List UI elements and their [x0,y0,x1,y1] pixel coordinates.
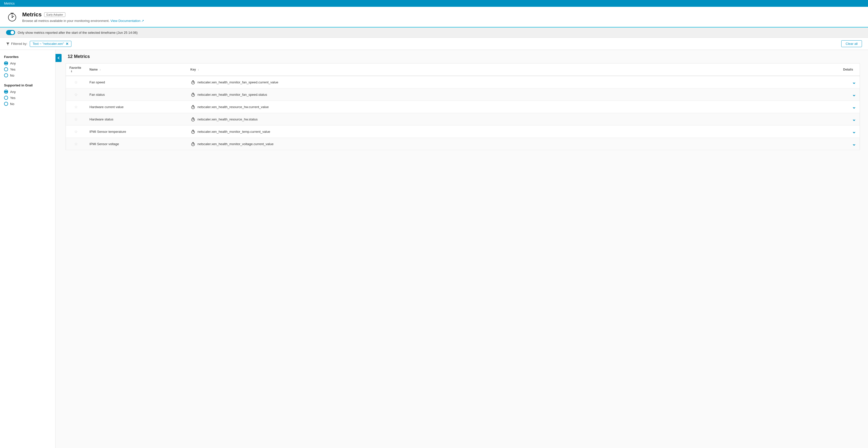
timeframe-toggle[interactable] [6,30,15,35]
td-name: IPMI Sensor voltage [86,138,187,150]
grail-title: Supported in Grail [4,83,51,87]
stopwatch-icon [190,117,195,122]
td-details: ⌄ [840,101,860,113]
td-name: Hardware current value [86,101,187,113]
key-text: netscaler.xen_health_monitor_fan_speed.c… [197,80,278,84]
doc-link[interactable]: View Documentation ↗ [111,19,144,23]
filter-icon-label: Filtered by: [6,42,27,45]
expand-row-button[interactable]: ⌄ [852,92,856,97]
table-row: ☆IPMI Sensor temperature netscaler.xen_h… [66,126,860,138]
td-details: ⌄ [840,138,860,150]
filter-icon [6,42,9,45]
timeframe-bar: Only show metrics reported after the sta… [0,28,868,38]
td-favorite: ☆ [66,89,86,101]
grail-any[interactable]: Any [4,90,51,94]
sort-icon-key: ↕ [198,68,199,71]
page-title: Metrics Early Adopter [22,11,144,18]
top-bar: Metrics [0,0,868,7]
favorite-star-icon[interactable]: ☆ [74,80,78,84]
filter-chip-remove[interactable]: ✕ [66,42,69,46]
table-header: Favorite ⬇ Name ↕ Key ↕ Details [66,64,860,76]
metrics-table: Favorite ⬇ Name ↕ Key ↕ Details [66,63,860,150]
favorite-star-icon[interactable]: ☆ [74,93,78,97]
favorites-no[interactable]: No [4,73,51,77]
chevron-left-icon [57,56,60,60]
key-text: netscaler.xen_health_monitor_voltage.cur… [197,142,274,146]
clear-all-button[interactable]: Clear all [841,40,862,47]
header-section: Metrics Early Adopter Browse all metrics… [0,7,868,28]
expand-row-button[interactable]: ⌄ [852,104,856,110]
table-row: ☆Hardware current value netscaler.xen_he… [66,101,860,113]
collapse-sidebar-button[interactable] [56,54,62,62]
filter-chip: Text ~ "netscaler.xen" ✕ [30,41,71,47]
table-row: ☆Fan speed netscaler.xen_health_monitor_… [66,76,860,89]
td-details: ⌄ [840,76,860,89]
td-key: netscaler.xen_health_monitor_voltage.cur… [187,138,840,150]
th-key[interactable]: Key ↕ [187,64,840,76]
favorite-star-icon[interactable]: ☆ [74,105,78,109]
th-favorite[interactable]: Favorite ⬇ [66,64,86,76]
td-key: netscaler.xen_health_monitor_temp.curren… [187,126,840,138]
svg-point-23 [193,107,193,108]
grail-yes[interactable]: Yes [4,96,51,100]
td-key: netscaler.xen_health_monitor_fan_speed.c… [187,76,840,89]
content-area: 12 Metrics Favorite ⬇ Name ↕ Key [56,50,868,448]
grail-section: Supported in Grail Any Yes No [4,83,51,106]
td-name: Hardware status [86,113,187,126]
external-link-icon: ↗ [141,19,144,23]
td-details: ⌄ [840,126,860,138]
svg-point-5 [11,17,12,18]
favorite-star-icon[interactable]: ☆ [74,117,78,122]
content-inner: 12 Metrics Favorite ⬇ Name ↕ Key [56,50,868,154]
favorites-any-radio[interactable] [4,61,8,65]
main-layout: Favorites Any Yes No Supported in Grail … [0,50,868,448]
grail-no-radio[interactable] [4,102,8,106]
table-row: ☆Hardware status netscaler.xen_health_re… [66,113,860,126]
expand-row-button[interactable]: ⌄ [852,129,856,134]
sidebar: Favorites Any Yes No Supported in Grail … [0,50,56,448]
stopwatch-icon [190,80,195,85]
td-key: netscaler.xen_health_resource_hw.status [187,113,840,126]
header-text: Metrics Early Adopter Browse all metrics… [22,11,144,23]
timeframe-text: Only show metrics reported after the sta… [18,31,137,35]
td-details: ⌄ [840,113,860,126]
table-row: ☆IPMI Sensor voltage netscaler.xen_healt… [66,138,860,150]
filter-chip-text: Text ~ "netscaler.xen" [33,42,64,45]
expand-row-button[interactable]: ⌄ [852,116,856,122]
stopwatch-icon [190,129,195,134]
toggle-thumb [10,31,14,34]
grail-any-radio[interactable] [4,90,8,94]
top-bar-title: Metrics [4,1,14,5]
favorites-any[interactable]: Any [4,61,51,65]
svg-point-17 [193,95,193,95]
favorite-star-icon[interactable]: ☆ [74,130,78,134]
td-favorite: ☆ [66,76,86,89]
metrics-icon [6,11,18,23]
stopwatch-icon [190,92,195,97]
expand-row-button[interactable]: ⌄ [852,79,856,85]
table-body: ☆Fan speed netscaler.xen_health_monitor_… [66,76,860,150]
key-text: netscaler.xen_health_resource_hw.current… [197,105,269,109]
header-description: Browse all metrics available in your mon… [22,19,144,23]
expand-row-button[interactable]: ⌄ [852,141,856,147]
td-favorite: ☆ [66,138,86,150]
stopwatch-icon [190,141,195,146]
th-name[interactable]: Name ↕ [86,64,187,76]
td-name: Fan status [86,89,187,101]
td-favorite: ☆ [66,126,86,138]
grail-yes-radio[interactable] [4,96,8,100]
sort-icon-name: ↕ [100,68,101,71]
favorites-any-label: Any [10,62,16,65]
grail-no[interactable]: No [4,102,51,106]
table-header-row: Favorite ⬇ Name ↕ Key ↕ Details [66,64,860,76]
favorites-yes[interactable]: Yes [4,67,51,71]
th-details: Details [840,64,860,76]
svg-point-35 [193,132,193,132]
favorites-no-radio[interactable] [4,73,8,77]
grail-yes-label: Yes [10,96,16,100]
favorites-yes-radio[interactable] [4,67,8,71]
td-name: IPMI Sensor temperature [86,126,187,138]
grail-no-label: No [10,102,14,106]
favorite-star-icon[interactable]: ☆ [74,142,78,146]
key-text: netscaler.xen_health_resource_hw.status [197,117,258,121]
